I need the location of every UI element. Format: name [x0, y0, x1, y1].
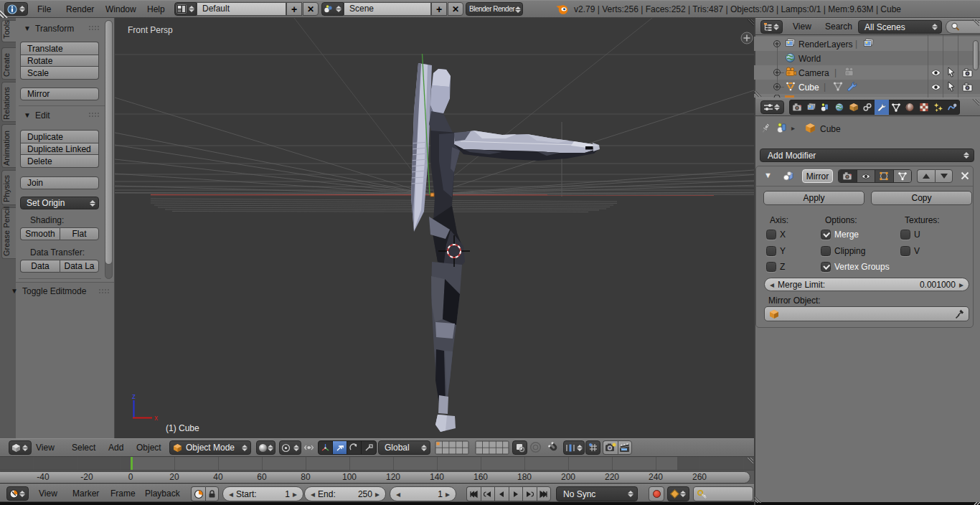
svg-text:Front Persp: Front Persp: [128, 25, 173, 35]
svg-text:z: z: [132, 392, 136, 400]
svg-text:x: x: [154, 414, 158, 422]
svg-text:(1) Cube: (1) Cube: [166, 423, 199, 433]
